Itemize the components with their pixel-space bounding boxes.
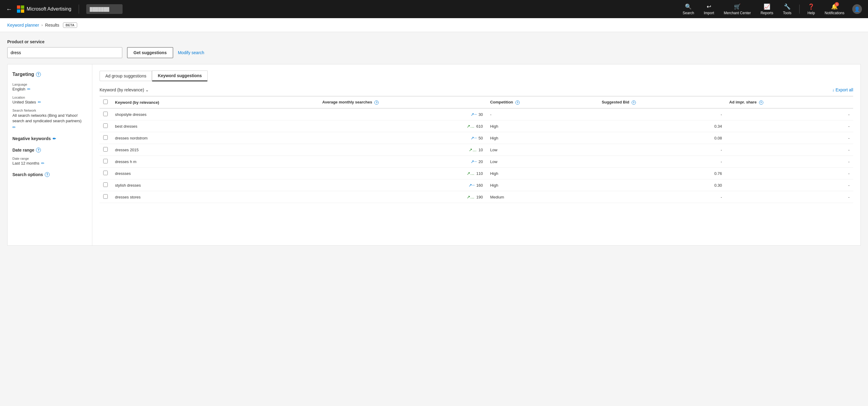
modify-search-link[interactable]: Modify search	[178, 50, 204, 55]
help-label: Help	[807, 11, 815, 15]
breadcrumb-chevron: ›	[41, 23, 43, 27]
date-range-help-icon[interactable]: ?	[36, 148, 41, 153]
row-checkbox-0[interactable]	[103, 112, 108, 116]
row-suggested-bid: 0.34	[598, 120, 725, 132]
reports-nav-button[interactable]: 📈 Reports	[756, 2, 777, 16]
monthly-searches-help-icon[interactable]: ?	[374, 100, 379, 105]
row-competition: High	[486, 132, 598, 144]
trend-icon: ↗…	[469, 147, 477, 152]
select-all-checkbox[interactable]	[103, 99, 108, 104]
row-ad-impr-share: -	[726, 120, 853, 132]
merchant-center-nav-button[interactable]: 🛒 Merchant Center	[720, 2, 755, 16]
tab-keyword-suggestions[interactable]: Keyword suggestions	[152, 70, 207, 82]
tools-label: Tools	[783, 11, 792, 15]
language-value: English ✏	[12, 87, 87, 91]
export-down-icon: ↓	[832, 87, 834, 92]
back-button[interactable]: ←	[6, 6, 12, 13]
tools-icon: 🔧	[784, 3, 790, 10]
row-monthly-searches: ↗┈50	[319, 132, 487, 144]
table-row: dresses 2015↗…10Low--	[100, 144, 853, 156]
search-options-help-icon[interactable]: ?	[45, 172, 50, 177]
row-suggested-bid: -	[598, 144, 725, 156]
trend-icon: ↗┈	[471, 135, 477, 140]
competition-help-icon[interactable]: ?	[516, 100, 520, 105]
row-checkbox-2[interactable]	[103, 135, 108, 140]
import-nav-button[interactable]: ↩ Import	[700, 2, 718, 16]
search-nav-icon: 🔍	[685, 3, 691, 10]
lower-area: Targeting ? Language English ✏ Location …	[7, 64, 861, 246]
help-nav-button[interactable]: ❓ Help	[803, 2, 819, 16]
search-row: Get suggestions Modify search	[7, 47, 861, 58]
row-suggested-bid: 0.30	[598, 179, 725, 191]
get-suggestions-button[interactable]: Get suggestions	[127, 47, 173, 58]
search-nav-button[interactable]: 🔍 Search	[678, 2, 698, 16]
row-monthly-searches: ↗…610	[319, 120, 487, 132]
location-edit-icon[interactable]: ✏	[38, 100, 41, 104]
row-checkbox-cell	[100, 108, 112, 120]
table-row: dresses nordstrom↗┈50High0.08-	[100, 132, 853, 144]
breadcrumb-parent-link[interactable]: Keyword planner	[7, 23, 39, 28]
targeting-help-icon[interactable]: ?	[36, 72, 41, 77]
row-checkbox-4[interactable]	[103, 159, 108, 163]
beta-badge: BETA	[63, 22, 77, 28]
tab-ad-group-suggestions[interactable]: Ad group suggestions	[100, 71, 152, 81]
language-edit-icon[interactable]: ✏	[27, 87, 31, 91]
row-checkbox-cell	[100, 167, 112, 179]
top-navigation: ← Microsoft Advertising ███████ 🔍 Search…	[0, 0, 868, 18]
th-select-all	[100, 96, 112, 108]
user-avatar[interactable]: 👤	[852, 4, 862, 14]
sort-chevron-icon: ⌄	[145, 87, 149, 92]
export-all-button[interactable]: ↓ Export all	[832, 87, 853, 92]
tools-nav-button[interactable]: 🔧 Tools	[779, 2, 796, 16]
th-monthly-searches: Average monthly searches ?	[319, 96, 487, 108]
account-selector[interactable]: ███████	[86, 4, 123, 14]
row-checkbox-cell	[100, 191, 112, 203]
th-ad-impr-share: Ad impr. share ?	[726, 96, 853, 108]
nav-divider-2	[799, 4, 800, 13]
sort-button[interactable]: Keyword (by relevance) ⌄	[100, 87, 149, 92]
tabs-row: Ad group suggestions Keyword suggestions	[100, 70, 853, 82]
table-body: shopstyle dresses↗┈30---best dresses↗…61…	[100, 108, 853, 203]
row-keyword: dresses h m	[112, 156, 319, 167]
table-row: best dresses↗…610High0.34-	[100, 120, 853, 132]
language-section: Language English ✏	[12, 83, 87, 91]
row-checkbox-5[interactable]	[103, 170, 108, 175]
th-competition: Competition ?	[486, 96, 598, 108]
row-ad-impr-share: -	[726, 108, 853, 120]
date-range-edit-icon[interactable]: ✏	[41, 161, 44, 165]
trend-icon: ↗┈	[471, 159, 477, 164]
notification-count: 1	[835, 2, 839, 6]
reports-label: Reports	[761, 11, 773, 15]
suggested-bid-help-icon[interactable]: ?	[632, 100, 636, 105]
row-checkbox-1[interactable]	[103, 123, 108, 128]
targeting-title: Targeting ?	[12, 72, 87, 77]
breadcrumb-current: Results	[45, 23, 59, 28]
trend-icon: ↗┈	[471, 112, 477, 117]
ad-impr-help-icon[interactable]: ?	[759, 100, 763, 105]
notifications-nav-button[interactable]: 🔔 1 Notifications	[820, 2, 849, 16]
row-suggested-bid: -	[598, 108, 725, 120]
row-monthly-searches: ↗…190	[319, 191, 487, 203]
row-checkbox-7[interactable]	[103, 194, 108, 199]
import-nav-label: Import	[704, 11, 714, 15]
search-nav-label: Search	[682, 11, 694, 15]
row-ad-impr-share: -	[726, 191, 853, 203]
row-competition: High	[486, 179, 598, 191]
export-label: Export all	[836, 87, 853, 92]
sort-row: Keyword (by relevance) ⌄ ↓ Export all	[100, 87, 853, 92]
product-input[interactable]	[7, 47, 122, 58]
language-label: Language	[12, 83, 87, 86]
row-keyword: dresses 2015	[112, 144, 319, 156]
negative-keywords-edit-icon[interactable]: ✏	[53, 136, 56, 141]
row-checkbox-6[interactable]	[103, 182, 108, 187]
row-competition: Low	[486, 144, 598, 156]
row-monthly-searches: ↗…10	[319, 144, 487, 156]
row-keyword: dresses stores	[112, 191, 319, 203]
row-ad-impr-share: -	[726, 179, 853, 191]
row-checkbox-cell	[100, 132, 112, 144]
row-checkbox-3[interactable]	[103, 147, 108, 152]
negative-keywords-section-title: Negative keywords ✏	[12, 136, 87, 141]
search-network-value: All search networks (Bing and Yahoo! sea…	[12, 113, 87, 129]
location-label: Location	[12, 96, 87, 99]
search-network-edit-icon[interactable]: ✏	[12, 125, 16, 129]
